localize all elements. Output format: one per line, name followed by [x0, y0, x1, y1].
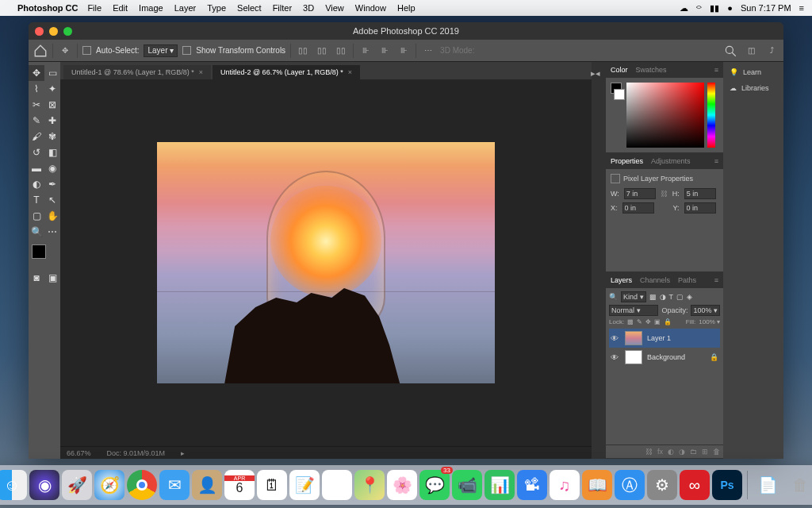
edit-toolbar[interactable]: ⋯ [44, 224, 60, 240]
pen-tool[interactable]: ✒ [44, 176, 60, 192]
lock-position-icon[interactable]: ✥ [645, 318, 651, 325]
maximize-button[interactable] [63, 27, 72, 36]
dock-facetime-icon[interactable]: 📹 [452, 470, 482, 500]
tab-layers[interactable]: Layers [611, 276, 632, 284]
layer-thumbnail[interactable] [625, 331, 642, 345]
tab-properties[interactable]: Properties [611, 157, 643, 165]
menu-filter[interactable]: Filter [273, 3, 292, 13]
zoom-tool[interactable]: 🔍 [29, 224, 44, 240]
gradient-tool[interactable]: ▬ [29, 160, 44, 176]
link-wh-icon[interactable]: ⛓ [661, 190, 668, 198]
dock-preferences-icon[interactable]: ⚙ [647, 470, 677, 500]
dock-reminders-icon[interactable]: ☑ [322, 470, 352, 500]
panel-menu-icon[interactable]: ≡ [714, 157, 718, 165]
lock-pixels-icon[interactable]: ✎ [637, 318, 642, 325]
lock-transparency-icon[interactable]: ▩ [627, 318, 634, 325]
layer-name[interactable]: Layer 1 [647, 334, 671, 342]
window-titlebar[interactable]: Adobe Photoshop CC 2019 [29, 22, 783, 40]
document-tab[interactable]: Untitled-2 @ 66.7% (Layer 1, RGB/8) *× [213, 65, 360, 79]
dock-calendar2-icon[interactable]: 🗓 [257, 470, 287, 500]
marquee-tool[interactable]: ▭ [44, 65, 60, 81]
menubar-clock[interactable]: Sun 7:17 PM [741, 3, 791, 13]
layer-fx-icon[interactable]: fx [657, 448, 663, 456]
visibility-toggle-icon[interactable]: 👁 [611, 353, 620, 362]
close-button[interactable] [35, 27, 44, 36]
menu-image[interactable]: Image [139, 3, 163, 13]
layer-mask-icon[interactable]: ◐ [668, 448, 674, 456]
path-tool[interactable]: ↖ [44, 192, 60, 208]
filter-adjust-icon[interactable]: ◑ [660, 293, 666, 301]
menu-edit[interactable]: Edit [113, 3, 128, 13]
width-input[interactable] [624, 188, 656, 199]
menu-file[interactable]: File [87, 3, 102, 13]
minimize-button[interactable] [49, 27, 58, 36]
dock-finder-icon[interactable]: ☺ [0, 470, 27, 500]
eyedropper-tool[interactable]: ✎ [29, 113, 44, 129]
distribute-top-icon[interactable]: ⊪ [358, 44, 373, 58]
menu-help[interactable]: Help [397, 3, 416, 13]
canvas-image[interactable] [157, 142, 495, 383]
screen-mode-toggle[interactable]: ▣ [44, 270, 60, 286]
spotlight-icon[interactable]: ● [727, 3, 733, 13]
type-tool[interactable]: T [29, 192, 44, 208]
doc-info[interactable]: Doc: 9.01M/9.01M [107, 449, 166, 457]
show-transform-checkbox[interactable] [182, 46, 191, 55]
battery-icon[interactable]: ▮▮ [710, 3, 719, 13]
quick-select-tool[interactable]: ✦ [44, 81, 60, 97]
lasso-tool[interactable]: ⌇ [29, 81, 44, 97]
dock-photos-icon[interactable]: 🌸 [387, 470, 417, 500]
dock-maps-icon[interactable]: 📍 [354, 470, 385, 500]
hand-tool[interactable]: ✋ [44, 208, 60, 224]
align-left-icon[interactable]: ▯▯ [296, 44, 310, 58]
canvas-area[interactable] [60, 79, 592, 446]
distribute-bottom-icon[interactable]: ⊪ [396, 44, 411, 58]
auto-select-dropdown[interactable]: Layer ▾ [144, 44, 178, 57]
dock-mail-icon[interactable]: ✉ [159, 470, 190, 500]
x-input[interactable] [622, 202, 654, 214]
dock-launchpad-icon[interactable]: 🚀 [62, 470, 92, 500]
blur-tool[interactable]: ◉ [44, 160, 60, 176]
auto-select-checkbox[interactable] [82, 46, 91, 55]
layer-item[interactable]: 👁 Layer 1 [609, 329, 720, 348]
filter-search-icon[interactable]: 🔍 [609, 293, 618, 301]
lock-all-icon[interactable]: 🔒 [664, 318, 672, 325]
frame-tool[interactable]: ⊠ [44, 97, 60, 113]
cloud-status-icon[interactable]: ☁ [680, 3, 688, 13]
delete-layer-icon[interactable]: 🗑 [713, 448, 720, 456]
menu-type[interactable]: Type [207, 3, 226, 13]
link-layers-icon[interactable]: ⛓ [645, 448, 653, 456]
layer-thumbnail[interactable] [625, 350, 642, 364]
new-group-icon[interactable]: 🗀 [690, 448, 697, 456]
panel-menu-icon[interactable]: ≡ [714, 276, 718, 284]
filter-type-icon[interactable]: T [669, 293, 674, 301]
clone-tool[interactable]: ✾ [44, 129, 60, 144]
dock-siri-icon[interactable]: ◉ [29, 470, 59, 500]
visibility-toggle-icon[interactable]: 👁 [611, 334, 620, 343]
document-tab[interactable]: Untitled-1 @ 78.6% (Layer 1, RGB/8) *× [63, 65, 211, 79]
dock-itunes-icon[interactable]: ♫ [550, 470, 580, 500]
healing-tool[interactable]: ✚ [44, 113, 60, 129]
lock-artboard-icon[interactable]: ▣ [654, 318, 661, 325]
menu-window[interactable]: Window [355, 3, 386, 13]
menu-3d[interactable]: 3D [303, 3, 314, 13]
dock-messages-icon[interactable]: 💬33 [419, 470, 450, 500]
more-options-icon[interactable]: ⋯ [421, 44, 435, 58]
dock-contacts-icon[interactable]: 👤 [192, 470, 222, 500]
dock-ibooks-icon[interactable]: 📖 [582, 470, 612, 500]
panel-menu-icon[interactable]: ≡ [714, 66, 718, 74]
learn-panel-button[interactable]: 💡 Learn [726, 65, 780, 79]
tab-channels[interactable]: Channels [640, 276, 670, 284]
dodge-tool[interactable]: ◐ [29, 176, 44, 192]
dock-notes-icon[interactable]: 📝 [289, 470, 320, 500]
dock-calendar-icon[interactable]: APR6 [224, 470, 255, 500]
dock-appstore-icon[interactable]: Ⓐ [615, 470, 645, 500]
menu-layer[interactable]: Layer [174, 3, 197, 13]
filter-shape-icon[interactable]: ▢ [676, 293, 684, 301]
tab-adjustments[interactable]: Adjustments [651, 157, 691, 165]
filter-smart-icon[interactable]: ◈ [687, 293, 692, 301]
menu-select[interactable]: Select [237, 3, 262, 13]
status-chevron-icon[interactable]: ▸ [181, 449, 185, 457]
quick-mask-toggle[interactable]: ◙ [29, 270, 44, 286]
opacity-input[interactable]: 100% ▾ [691, 305, 720, 316]
y-input[interactable] [684, 202, 716, 214]
